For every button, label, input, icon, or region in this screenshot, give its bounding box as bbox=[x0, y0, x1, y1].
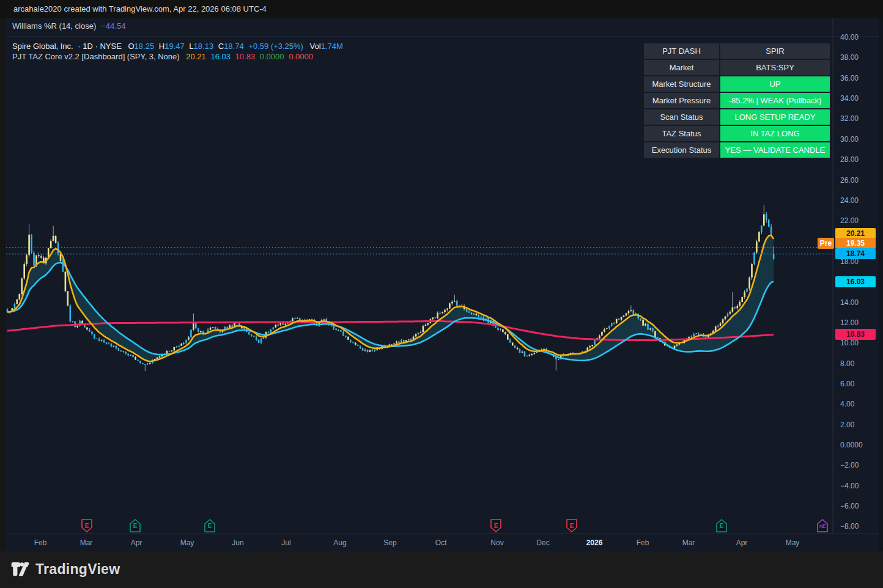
volume-label: Vol bbox=[310, 42, 321, 51]
svg-text:2.00: 2.00 bbox=[840, 421, 855, 429]
earnings-badge-icon[interactable]: E bbox=[82, 520, 92, 532]
price-label-last: 18.74 bbox=[835, 248, 876, 259]
price-label-ma-slow: 16.03 bbox=[835, 276, 876, 287]
symbol-legend[interactable]: Spire Global, Inc. · 1D · NYSE O18.25 H1… bbox=[12, 42, 343, 51]
svg-text:Sep: Sep bbox=[383, 538, 397, 547]
high-value: 19.47 bbox=[164, 42, 185, 51]
svg-text:E: E bbox=[720, 523, 724, 529]
open-value: 18.25 bbox=[135, 42, 155, 51]
svg-text:38.00: 38.00 bbox=[840, 53, 859, 62]
volume-value: 1.74M bbox=[321, 42, 343, 51]
svg-text:8.00: 8.00 bbox=[840, 359, 855, 368]
earnings-badge-icon[interactable]: E bbox=[491, 520, 501, 532]
symbol-meta: · 1D · NYSE bbox=[78, 42, 122, 51]
price-label-premarket: 19.35 bbox=[835, 238, 876, 249]
svg-text:10.00: 10.00 bbox=[840, 339, 859, 347]
svg-text:E: E bbox=[570, 523, 574, 529]
svg-text:−8.00: −8.00 bbox=[840, 522, 859, 531]
svg-text:May: May bbox=[786, 538, 800, 547]
svg-text:E: E bbox=[494, 523, 498, 529]
williams-r-value: −44.54 bbox=[101, 21, 125, 31]
dash-header-label: PJT DASH bbox=[644, 43, 719, 59]
taz-value-slow: 16.03 bbox=[210, 52, 231, 61]
svg-text:E: E bbox=[85, 523, 89, 529]
svg-text:40.00: 40.00 bbox=[840, 33, 859, 42]
dash-structure-value: UP bbox=[720, 76, 830, 92]
dash-scan-label: Scan Status bbox=[644, 109, 719, 125]
svg-text:24.00: 24.00 bbox=[840, 196, 859, 205]
earnings-badge-icon[interactable]: E bbox=[130, 520, 140, 532]
attribution-bar: arcahaie2020 created with TradingView.co… bbox=[0, 0, 883, 18]
bottom-bar: TradingView bbox=[0, 551, 883, 588]
dash-taz-value: IN TAZ LONG bbox=[720, 126, 830, 141]
svg-text:34.00: 34.00 bbox=[840, 94, 859, 103]
price-label-ma-long: 10.83 bbox=[835, 329, 876, 340]
ma-ribbon-fill bbox=[7, 235, 774, 362]
time-axis[interactable]: FebMarAprMayJunJulAugSepOctNovDec2026Feb… bbox=[34, 538, 800, 547]
tradingview-logo-text: TradingView bbox=[35, 561, 120, 578]
svg-text:22.00: 22.00 bbox=[840, 216, 859, 225]
low-label: L bbox=[189, 42, 193, 51]
taz-indicator-legend[interactable]: PJT TAZ Core v2.2 [Dashboard] (SPY, 3, N… bbox=[12, 52, 313, 61]
svg-text:26.00: 26.00 bbox=[840, 176, 859, 185]
svg-text:May: May bbox=[180, 538, 194, 547]
svg-text:30.00: 30.00 bbox=[840, 135, 859, 144]
earnings-badge-icon[interactable]: E bbox=[717, 520, 726, 532]
williams-r-legend[interactable]: Williams %R (14, close)−44.54 bbox=[12, 21, 125, 31]
earnings-badge-icon[interactable]: E bbox=[567, 520, 577, 532]
dash-execution-label: Execution Status bbox=[644, 142, 719, 158]
svg-text:4.00: 4.00 bbox=[840, 400, 855, 408]
svg-text:32.00: 32.00 bbox=[840, 114, 859, 123]
pjt-dashboard-table: PJT DASH SPIR Market BATS:SPY Market Str… bbox=[644, 43, 830, 158]
svg-text:≈E: ≈E bbox=[819, 523, 826, 529]
dash-pressure-value: -85.2% | WEAK (Pullback) bbox=[720, 93, 830, 108]
high-label: H bbox=[159, 42, 164, 51]
svg-text:E: E bbox=[208, 523, 212, 529]
svg-text:Apr: Apr bbox=[131, 538, 142, 547]
svg-text:Oct: Oct bbox=[435, 538, 447, 547]
svg-text:Feb: Feb bbox=[34, 538, 47, 547]
earnings-badge-icon[interactable]: E bbox=[205, 520, 215, 532]
taz-value-aux1: 0.0000 bbox=[260, 52, 284, 61]
dash-structure-label: Market Structure bbox=[644, 76, 719, 92]
low-value: 18.13 bbox=[194, 42, 214, 51]
svg-text:Mar: Mar bbox=[682, 538, 695, 547]
dash-header-value: SPIR bbox=[720, 43, 830, 59]
svg-text:Nov: Nov bbox=[490, 538, 503, 547]
dash-execution-value: YES — VALIDATE CANDLE bbox=[720, 142, 830, 158]
svg-text:−2.00: −2.00 bbox=[840, 461, 859, 469]
svg-text:28.00: 28.00 bbox=[840, 155, 859, 164]
svg-text:12.00: 12.00 bbox=[840, 318, 859, 327]
dash-pressure-label: Market Pressure bbox=[644, 93, 719, 108]
svg-text:E: E bbox=[133, 523, 138, 529]
premarket-tag: Pre bbox=[818, 238, 834, 249]
dash-market-value: BATS:SPY bbox=[720, 60, 830, 75]
taz-value-aux2: 0.0000 bbox=[289, 52, 313, 61]
dash-scan-value: LONG SETUP READY bbox=[720, 109, 830, 125]
dash-market-label: Market bbox=[644, 60, 719, 75]
dash-taz-label: TAZ Status bbox=[644, 126, 719, 141]
tradingview-logo[interactable]: TradingView bbox=[11, 560, 120, 578]
williams-r-label: Williams %R (14, close) bbox=[12, 21, 96, 31]
svg-text:Mar: Mar bbox=[80, 538, 93, 547]
svg-text:36.00: 36.00 bbox=[840, 74, 859, 83]
close-label: C bbox=[218, 42, 224, 51]
chart-panel: 40.0038.0036.0034.0032.0030.0028.0026.00… bbox=[6, 18, 883, 551]
svg-text:−6.00: −6.00 bbox=[840, 502, 859, 510]
svg-text:−4.00: −4.00 bbox=[840, 482, 859, 490]
open-label: O bbox=[128, 42, 134, 51]
change-value: +0.59 (+3.25%) bbox=[248, 42, 303, 51]
svg-text:2026: 2026 bbox=[586, 538, 603, 547]
close-value: 18.74 bbox=[224, 42, 244, 51]
svg-text:Jun: Jun bbox=[232, 538, 243, 547]
svg-text:14.00: 14.00 bbox=[840, 298, 859, 307]
svg-text:Aug: Aug bbox=[333, 538, 346, 547]
svg-text:6.00: 6.00 bbox=[840, 380, 855, 388]
symbol-title: Spire Global, Inc. bbox=[12, 42, 73, 51]
tradingview-logo-icon bbox=[11, 560, 29, 578]
svg-text:Jul: Jul bbox=[281, 538, 290, 547]
svg-text:Apr: Apr bbox=[736, 538, 748, 547]
earnings-badge-icon[interactable]: ≈E bbox=[818, 520, 827, 532]
taz-indicator-title: PJT TAZ Core v2.2 [Dashboard] (SPY, 3, N… bbox=[12, 52, 180, 61]
svg-text:0.0000: 0.0000 bbox=[840, 441, 863, 449]
